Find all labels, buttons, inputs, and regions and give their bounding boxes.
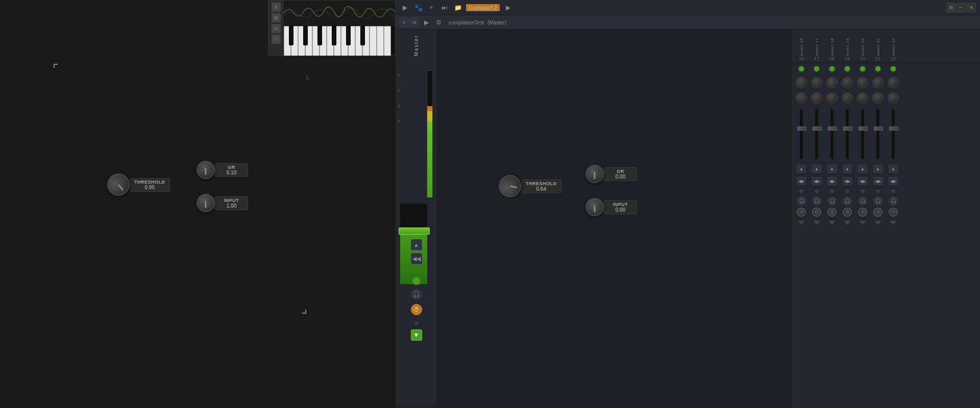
folder-button[interactable]: 📁 — [453, 3, 463, 13]
clock-19[interactable]: ⏱ — [843, 208, 852, 217]
clock-22[interactable]: ⏱ — [889, 208, 898, 217]
scroll-up-18[interactable]: ▲ — [827, 165, 837, 173]
insert-knob-20[interactable] — [857, 77, 868, 88]
grid-btn[interactable]: ⊞ — [946, 3, 955, 12]
channel-arrow[interactable]: ▶ — [421, 17, 431, 28]
piano-key-black[interactable] — [346, 26, 351, 45]
piano-key-white[interactable] — [384, 26, 391, 56]
insert-knob2-16[interactable] — [796, 92, 807, 104]
insert-col-20-label: Insert 20 — [861, 31, 865, 56]
insert-fader-19[interactable] — [845, 109, 849, 160]
waveform-area — [284, 1, 396, 26]
insert-knob-16[interactable] — [796, 77, 807, 88]
insert-knob2-22[interactable] — [888, 92, 899, 104]
clock-16[interactable]: ⏱ — [797, 208, 806, 217]
knob-input-left-group: INPUT 1.00 — [197, 194, 248, 212]
gear-btn[interactable]: ⚙ — [433, 17, 444, 28]
gr-knob-left[interactable] — [197, 161, 215, 179]
minimize-btn[interactable]: ─ — [957, 3, 966, 12]
headphone-btn[interactable]: 🎧 — [411, 289, 422, 300]
scroll-up-arrows-row: ▲ ▲ ▲ ▲ ▲ ▲ ▲ — [792, 163, 980, 175]
piano-key-black[interactable] — [360, 26, 365, 45]
scroll-double-17[interactable]: ◀▶ — [812, 177, 821, 185]
insert-knob2-18[interactable] — [826, 92, 838, 104]
toolbar-icon-clock[interactable]: ⊙ — [272, 24, 281, 33]
dot-21 — [876, 189, 880, 193]
insert-knob-17[interactable] — [811, 77, 822, 88]
insert-knob-21[interactable] — [872, 77, 884, 88]
piano-key-black[interactable] — [289, 26, 293, 45]
threshold-knob-left[interactable] — [103, 169, 134, 200]
play-button[interactable]: ▶ — [400, 3, 410, 13]
corner-marker-br — [302, 310, 306, 314]
insert-knob-19[interactable] — [842, 77, 853, 88]
hp-22[interactable]: 🎧 — [889, 196, 898, 206]
insert-knob2-20[interactable] — [857, 92, 868, 104]
clock-17[interactable]: ⏱ — [812, 208, 821, 217]
threshold-knob-right[interactable] — [497, 173, 523, 199]
dot-22 — [891, 189, 895, 193]
insert-knob2-17[interactable] — [811, 92, 822, 104]
scroll-double-20[interactable]: ◀▶ — [858, 177, 867, 185]
top-toolbar: ▶ 🐾 + ⏭ 📁 Compact 2 ▶ ⊞ ─ ✕ — [396, 0, 980, 15]
insert-fader-16[interactable] — [799, 109, 803, 160]
insert-fader-20[interactable] — [861, 109, 865, 160]
knob-threshold-left-group: THRESHOLD 0.95 — [107, 173, 170, 196]
scroll-double-19[interactable]: ◀▶ — [843, 177, 852, 185]
skip-button[interactable]: ⏭ — [439, 3, 450, 13]
piano-key-black[interactable] — [303, 26, 308, 45]
insert-fader-21[interactable] — [876, 109, 880, 160]
hp-19[interactable]: 🎧 — [843, 196, 852, 206]
send-up-btn[interactable]: ▲ — [411, 239, 422, 250]
plus-button[interactable]: + — [426, 3, 436, 13]
paw-button[interactable]: 🐾 — [413, 3, 423, 13]
hp-16[interactable]: 🎧 — [797, 196, 806, 206]
insert-fader-18[interactable] — [830, 109, 834, 160]
hp-21[interactable]: 🎧 — [873, 196, 883, 206]
piano-key-white[interactable] — [377, 26, 384, 56]
scroll-double-18[interactable]: ◀▶ — [827, 177, 837, 185]
m-button[interactable]: M — [410, 18, 419, 27]
hp-20[interactable]: 🎧 — [858, 196, 867, 206]
insert-fader-22[interactable] — [891, 109, 895, 160]
insert-knob2-19[interactable] — [842, 92, 853, 104]
toolbar-icon-grid[interactable]: ⊞ — [272, 13, 281, 22]
fader-handle[interactable] — [399, 227, 430, 235]
clock-btn[interactable]: ⏱ — [411, 304, 422, 315]
compact-arrow[interactable]: ▶ — [503, 3, 513, 13]
insert-headers-row: Insert 16 16 Insert 17 17 Insert 18 18 I… — [792, 30, 980, 63]
hp-17[interactable]: 🎧 — [812, 196, 821, 206]
gr-label-left: GR 0.10 — [215, 163, 248, 177]
input-knob-right[interactable] — [585, 198, 604, 216]
insert-knob-22[interactable] — [888, 77, 899, 88]
scroll-up-17[interactable]: ▲ — [812, 165, 821, 173]
c-button[interactable]: C — [400, 18, 409, 27]
scroll-up-20[interactable]: ▲ — [858, 165, 867, 173]
scroll-up-16[interactable]: ▲ — [797, 165, 806, 173]
gr-knob-right[interactable] — [585, 165, 604, 183]
scroll-double-22[interactable]: ◀▶ — [889, 177, 898, 185]
scroll-double-16[interactable]: ◀▶ — [797, 177, 806, 185]
clock-20[interactable]: ⏱ — [858, 208, 867, 217]
green-arrow-btn[interactable]: ▼ — [411, 329, 422, 341]
scroll-up-19[interactable]: ▲ — [843, 165, 852, 173]
close-btn[interactable]: ✕ — [967, 3, 976, 12]
l-marker: L — [306, 74, 309, 80]
piano-key-black[interactable] — [317, 26, 322, 45]
scroll-up-22[interactable]: ▲ — [889, 165, 898, 173]
insert-knob2-21[interactable] — [872, 92, 884, 104]
send-left-btn[interactable]: ◀◀ — [411, 253, 422, 264]
threshold-label-left: THRESHOLD 0.95 — [130, 178, 170, 192]
piano-key-black[interactable] — [332, 26, 336, 45]
insert-knob-18[interactable] — [826, 77, 838, 88]
clock-18[interactable]: ⏱ — [827, 208, 837, 217]
clock-21[interactable]: ⏱ — [873, 208, 883, 217]
hp-18[interactable]: 🎧 — [827, 196, 837, 206]
piano-keys[interactable] — [284, 26, 396, 56]
scroll-double-21[interactable]: ◀▶ — [873, 177, 883, 185]
scroll-up-21[interactable]: ▲ — [873, 165, 883, 173]
insert-fader-17[interactable] — [815, 109, 819, 160]
toolbar-icon-people[interactable]: ⚇ — [272, 35, 281, 44]
piano-key-white[interactable] — [370, 26, 377, 56]
input-knob-left[interactable] — [197, 194, 215, 212]
